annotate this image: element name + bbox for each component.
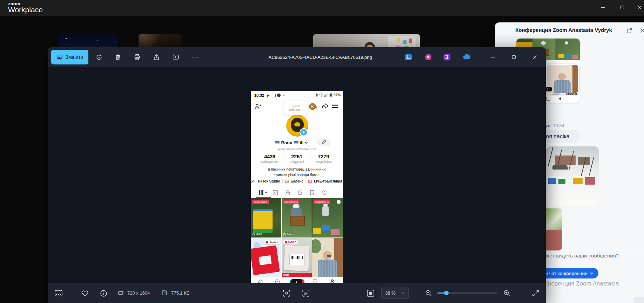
maximize-icon xyxy=(620,5,624,9)
uley-shop-badge: Uley.in› xyxy=(264,240,280,245)
video-thumb-2[interactable]: Закріплено 567 xyxy=(282,198,312,237)
play-outline-icon xyxy=(283,233,286,236)
chat-input-placeholder[interactable]: нференция Zoom Anastasia xyxy=(543,280,619,287)
photos-minimize-button[interactable] xyxy=(487,51,498,63)
zoom-out-icon xyxy=(425,290,432,297)
share-profile-button[interactable] xyxy=(321,103,329,111)
background-blur-button[interactable] xyxy=(365,289,375,298)
mini-inbox-label: Вхідні xyxy=(552,92,560,95)
chat-recipient-button[interactable]: й чат конференции xyxy=(540,268,598,278)
zoom-in-button[interactable] xyxy=(502,289,511,297)
onedrive-app-button[interactable] xyxy=(461,51,472,63)
package-label-decor xyxy=(259,255,271,265)
print-button[interactable] xyxy=(131,51,143,63)
link-tiktok-studio[interactable]: TikTok Studio xyxy=(257,179,280,183)
menu-button[interactable] xyxy=(332,104,338,108)
tab-videos[interactable] xyxy=(259,190,267,195)
chat-send-button[interactable] xyxy=(633,297,644,303)
chat-close-button[interactable] xyxy=(638,27,644,34)
live-icon xyxy=(308,179,312,183)
phone-time: 10:32 xyxy=(254,93,264,97)
image-dimensions: 720 x 1604 xyxy=(127,290,150,296)
link-live[interactable]: LIVE-трансляція xyxy=(314,179,342,183)
photos-maximize-button[interactable] xyxy=(508,51,520,63)
slideshow-button[interactable] xyxy=(170,51,182,63)
pinned-badge: Закріплено xyxy=(252,200,269,204)
edit-image-icon xyxy=(56,54,63,60)
share-button[interactable] xyxy=(150,51,162,63)
photos-maximize-icon xyxy=(512,55,516,59)
rotate-icon xyxy=(95,54,103,61)
photos-app-button[interactable] xyxy=(402,51,414,63)
bookmark-icon xyxy=(310,190,315,195)
add-story-button[interactable] xyxy=(300,128,308,136)
chat-recipient-label: й чат конференции xyxy=(545,271,587,276)
info-button[interactable] xyxy=(99,289,108,297)
zoom-slider-handle[interactable] xyxy=(444,291,449,295)
profile-name-row[interactable]: Ваня xyxy=(263,140,320,145)
clipchamp-app-button[interactable] xyxy=(441,51,453,63)
video-thumb-4[interactable]: Uley.in› xyxy=(251,238,281,277)
text-extract-button[interactable] xyxy=(301,289,310,298)
tab-liked[interactable] xyxy=(322,190,328,197)
popout-button[interactable] xyxy=(625,27,633,34)
stat-followers[interactable]: 2261Слідкувачі xyxy=(284,153,309,164)
friend-avatar-badge: 34 xyxy=(314,106,317,109)
tab-favorites[interactable] xyxy=(310,190,315,197)
tiktok-studio-icon xyxy=(251,179,255,183)
zoom-level-dropdown[interactable]: 38 % xyxy=(381,287,409,299)
hamburger-icon xyxy=(332,104,338,104)
story-line1: Що в xyxy=(293,104,300,108)
maximize-button[interactable] xyxy=(616,3,628,12)
hives-row-decor xyxy=(313,228,321,234)
favorite-button[interactable] xyxy=(81,289,89,297)
video-thumb-6[interactable] xyxy=(312,238,343,277)
delete-button[interactable] xyxy=(112,51,124,63)
fabro-logo-icon xyxy=(285,241,287,243)
visual-search-button[interactable] xyxy=(282,289,291,298)
fullscreen-button[interactable] xyxy=(531,289,541,298)
white-dot-decor xyxy=(337,200,341,204)
stat-following[interactable]: 4439Слідкування xyxy=(257,153,282,164)
chat-image-snow-apiary[interactable] xyxy=(546,146,599,206)
filmstrip-toggle-button[interactable] xyxy=(54,289,63,297)
shipping-sticker-decor xyxy=(289,254,305,265)
designer-app-button[interactable] xyxy=(422,51,434,63)
close-button[interactable] xyxy=(633,3,644,12)
tab-reposts[interactable] xyxy=(297,190,303,197)
snow-house-decor xyxy=(555,156,576,165)
edit-image-button[interactable]: Змінити xyxy=(51,50,88,64)
print-icon xyxy=(134,54,141,61)
video-thumb-5[interactable]: FABRO НОВ xyxy=(282,238,312,277)
video-thumb-3[interactable]: Закріплено xyxy=(312,198,343,237)
stat-divider xyxy=(283,156,283,161)
bee-frame-decor xyxy=(290,216,305,226)
tab-quips[interactable] xyxy=(273,190,278,197)
notification-icon xyxy=(272,94,276,97)
share-arrow-icon xyxy=(321,103,329,110)
tab-private[interactable] xyxy=(285,190,290,197)
filename-title: AC962624-A705-4ACD-A23E-5FCAAB070619.png xyxy=(257,47,383,67)
zoom-slider-track[interactable] xyxy=(437,292,497,294)
photos-close-button[interactable] xyxy=(529,51,541,63)
edit-profile-button[interactable] xyxy=(317,138,330,146)
view-count-overlay-2: 567 xyxy=(283,232,293,236)
package-brand-strip: НОВ xyxy=(282,273,312,277)
link-balance[interactable]: Баланс xyxy=(291,179,303,183)
more-options-button[interactable] xyxy=(189,51,201,63)
add-friends-button[interactable] xyxy=(254,103,261,111)
battery-icon xyxy=(329,93,333,97)
video-thumb-1[interactable]: Закріплено 430 xyxy=(251,198,281,237)
bio-line-1: я пасічник початківец з Вінничини xyxy=(251,166,343,172)
wifi-icon xyxy=(319,93,323,97)
stat-likes[interactable]: 7279Уподобайки xyxy=(311,153,336,164)
story-prompt-bubble[interactable]: Що в тебе на ... xyxy=(284,101,308,115)
photos-minimize-icon xyxy=(490,55,495,60)
rotate-button[interactable] xyxy=(93,51,105,63)
close-icon xyxy=(637,5,642,9)
photo-canvas: 10:32 87% Що в тебе на . xyxy=(48,67,546,283)
zoom-out-button[interactable] xyxy=(424,289,433,297)
filesize-icon xyxy=(162,290,167,296)
minimize-button[interactable] xyxy=(597,3,609,12)
lock-icon xyxy=(285,190,290,195)
